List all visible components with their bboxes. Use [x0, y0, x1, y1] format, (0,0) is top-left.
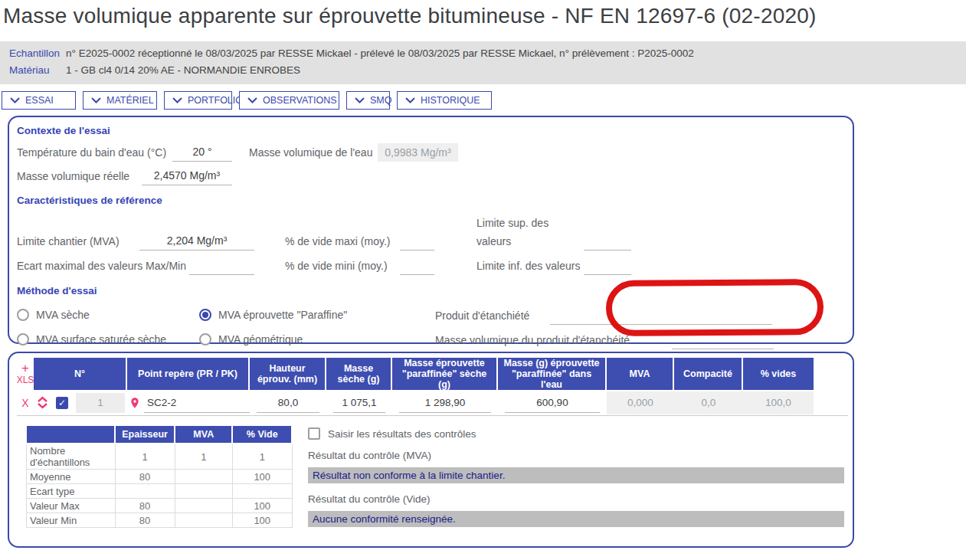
enter-results-label: Saisir les résultats des contrôles	[328, 428, 476, 440]
page-title: Masse volumique apparente sur éprouvette…	[3, 3, 966, 29]
radio-mva-paraffine[interactable]: MVA éprouvette "Paraffine"	[199, 309, 347, 321]
summary-cell	[115, 484, 175, 499]
sample-details: n° E2025-0002 réceptionné le 08/03/2025 …	[66, 45, 694, 62]
summary-cell: 100	[232, 470, 292, 484]
radio-label: MVA éprouvette "Paraffine"	[218, 309, 347, 321]
summary-cell	[232, 484, 292, 499]
sealing-product-input[interactable]	[550, 306, 772, 325]
control-results: Saisir les résultats des contrôles Résul…	[308, 426, 844, 528]
summary-row-label: Nombre d'échantillons	[27, 444, 116, 470]
water-bath-temp-label: Température du bain d'eau (°C)	[17, 143, 172, 162]
reorder-up-down-icon[interactable]	[37, 396, 48, 409]
summary-row-label: Valeur Min	[27, 513, 116, 528]
radio-icon	[199, 333, 211, 345]
column-header-hauteur: Hauteur éprouv. (mm)	[250, 358, 326, 390]
table-row: X ✓ 1 SC2-2 80,0 1 075,1	[17, 390, 848, 416]
tab-smq[interactable]: SMQ	[346, 91, 390, 110]
radio-icon	[199, 309, 211, 321]
column-header-point-repere: Point repère (PR / PK)	[127, 358, 250, 390]
chevron-down-icon	[10, 97, 20, 103]
row-select-checkbox[interactable]: ✓	[56, 397, 68, 409]
hauteur-input[interactable]: 80,0	[257, 393, 319, 413]
tab-materiel[interactable]: MATÉRIEL	[83, 91, 157, 110]
tab-essai[interactable]: ESSAI	[2, 91, 76, 110]
summary-header-vide: % Vide	[232, 426, 292, 444]
chevron-down-icon	[247, 97, 257, 103]
tab-bar: ESSAI MATÉRIEL PORTFOLIO OBSERVATIONS SM…	[2, 91, 966, 110]
enter-results-checkbox[interactable]	[308, 427, 320, 440]
radio-mva-geometrique[interactable]: MVA géométrique	[199, 333, 303, 345]
specimens-table-header: + XLS N° Point repère (PR / PK) Hauteur …	[17, 358, 814, 390]
point-repere-input[interactable]: SC2-2	[144, 393, 250, 413]
void-result-label: Résultat du contrôle (Vide)	[308, 493, 844, 505]
sealing-product-label: Produit d'étanchiété	[435, 306, 550, 325]
tab-historique[interactable]: HISTORIQUE	[397, 91, 492, 110]
real-density-input[interactable]: 2,4570 Mg/m³	[142, 167, 232, 185]
add-row-button[interactable]: +	[21, 362, 29, 375]
summary-header-empty	[27, 426, 116, 444]
radio-mva-seche[interactable]: MVA sèche	[17, 309, 199, 321]
tab-label: PORTFOLIO	[188, 95, 243, 106]
void-min-label: % de vide mini (moy.)	[285, 257, 400, 275]
sealing-density-label: Masse volumique du produit d'étanchéité	[435, 331, 672, 349]
summary-cell: 1	[232, 444, 292, 470]
masse-paraffinee-seche-input[interactable]: 1 298,90	[399, 393, 491, 413]
mva-readonly: 0,000	[607, 391, 674, 414]
material-row: Matériau 1 - GB cl4 0/14 20% AE - NORMAN…	[0, 62, 966, 79]
tab-label: OBSERVATIONS	[263, 95, 337, 106]
summary-header-mva: MVA	[175, 426, 232, 444]
column-header-vides: % vides	[743, 358, 814, 390]
void-min-input[interactable]	[400, 257, 434, 275]
compacite-readonly: 0,0	[674, 391, 743, 414]
void-max-label: % de vide maxi (moy.)	[285, 232, 400, 251]
material-link[interactable]: Matériau	[0, 62, 66, 79]
void-result-bar: Aucune conformité renseignée.	[308, 511, 844, 527]
tab-label: MATÉRIEL	[106, 95, 154, 106]
summary-row-label: Ecart type	[27, 484, 116, 499]
sample-link[interactable]: Echantillon	[0, 45, 66, 62]
summary-row-label: Moyenne	[27, 470, 116, 484]
summary-row: Nombre d'échantillons 1 1 1	[27, 444, 293, 470]
summary-cell: 80	[115, 513, 175, 528]
summary-row: Valeur Max 80 100	[27, 499, 293, 513]
tab-observations[interactable]: OBSERVATIONS	[239, 91, 339, 110]
void-max-input[interactable]	[400, 232, 434, 251]
tab-label: ESSAI	[25, 95, 54, 106]
site-limit-input[interactable]: 2,204 Mg/m³	[139, 232, 254, 251]
test-context-panel: Contexte de l'essai Température du bain …	[8, 116, 854, 344]
column-header-mva: MVA	[607, 358, 674, 390]
delete-row-button[interactable]: X	[21, 397, 28, 409]
summary-cell: 1	[115, 444, 175, 470]
summary-cell	[175, 513, 232, 528]
summary-cell: 80	[115, 470, 175, 484]
chevron-down-icon	[355, 97, 365, 103]
radio-mva-surface-saturee[interactable]: MVA surface saturée sèche	[17, 333, 199, 345]
column-header-masse-paraffinee-eau: Masse (g) éprouvette "paraffinée" dans l…	[498, 358, 607, 390]
vides-readonly: 100,0	[743, 391, 814, 414]
summary-row: Valeur Min 80 100	[27, 513, 293, 528]
material-details: 1 - GB cl4 0/14 20% AE - NORMANDIE ENROB…	[66, 62, 300, 79]
tab-portfolio[interactable]: PORTFOLIO	[164, 91, 232, 110]
column-header-num: N°	[34, 358, 127, 390]
export-xls-button[interactable]: XLS	[17, 375, 34, 385]
summary-cell	[175, 484, 232, 499]
upper-limit-input[interactable]	[584, 232, 631, 251]
summary-row: Ecart type	[27, 484, 293, 499]
water-bath-temp-input[interactable]: 20 °	[172, 143, 232, 162]
sealing-density-input[interactable]	[672, 331, 774, 349]
summary-cell	[175, 499, 232, 513]
max-gap-input[interactable]	[189, 257, 254, 275]
row-number: 1	[76, 393, 125, 413]
radio-label: MVA surface saturée sèche	[36, 333, 166, 345]
sample-row: Echantillon n° E2025-0002 réceptionné le…	[0, 45, 966, 62]
summary-cell	[175, 470, 232, 484]
radio-label: MVA géométrique	[218, 333, 303, 345]
masse-paraffinee-eau-input[interactable]: 600,90	[505, 393, 600, 413]
radio-icon	[17, 333, 29, 345]
water-density-readonly: 0,9983 Mg/m³	[378, 143, 458, 162]
summary-header-epaisseur: Epaisseur	[115, 426, 175, 444]
masse-seche-input[interactable]: 1 075,1	[333, 393, 385, 413]
map-pin-icon[interactable]	[129, 397, 141, 409]
sample-info-band: Echantillon n° E2025-0002 réceptionné le…	[0, 41, 966, 84]
lower-limit-input[interactable]	[584, 257, 631, 275]
